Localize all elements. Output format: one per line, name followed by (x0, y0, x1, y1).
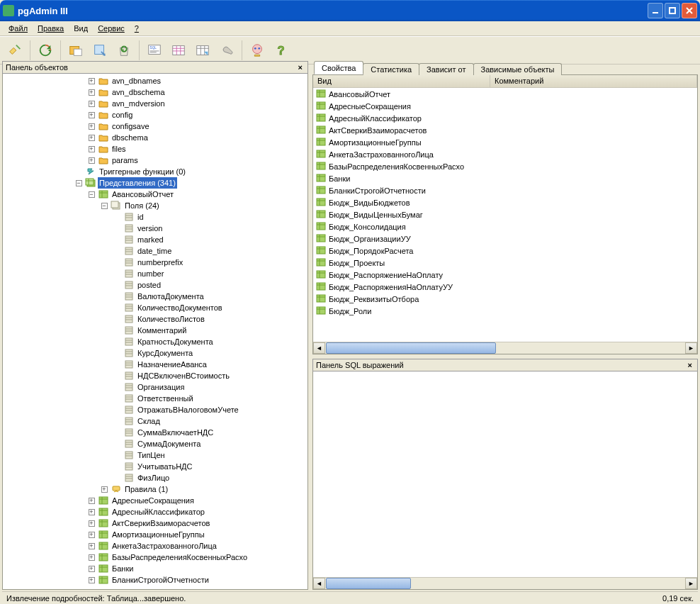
expand-icon[interactable]: + (85, 86, 98, 98)
menu-file[interactable]: Файл (4, 23, 32, 34)
maximize-button[interactable] (665, 3, 680, 18)
tree-field[interactable]: КратностьДокумента (3, 336, 307, 347)
tree-field[interactable]: Комментарий (3, 325, 307, 336)
tree-field[interactable]: number (3, 268, 307, 279)
tree-folder[interactable]: +dbschema (3, 132, 307, 143)
tree-view[interactable]: +АктСверкиВзаиморасчетов (3, 518, 307, 529)
menu-service[interactable]: Сервис (94, 23, 129, 34)
new-object-icon[interactable] (89, 40, 111, 61)
column-comment[interactable]: Комментарий (490, 75, 697, 87)
view-row[interactable]: Бюдж_ОрганизацииУУ (313, 233, 697, 245)
view-row[interactable]: АктСверкиВзаиморасчетов (313, 124, 697, 136)
menu-view[interactable]: Вид (69, 23, 92, 34)
tree-field[interactable]: КоличествоДокументов (3, 302, 307, 313)
view-row[interactable]: Бюдж_Консолидация (313, 220, 697, 233)
expand-icon[interactable]: + (85, 552, 98, 563)
tree-view[interactable]: +АнкетаЗастрахованногоЛица (3, 540, 307, 552)
expand-icon[interactable]: + (85, 574, 98, 586)
tree-field[interactable]: Организация (3, 381, 307, 393)
tree-folder[interactable]: +configsave (3, 121, 307, 132)
tree-view[interactable]: +АдресныйКлассификатор (3, 506, 307, 518)
object-tree[interactable]: +avn_dbnames+avn_dbschema+avn_mdversion+… (3, 74, 307, 589)
minimize-button[interactable] (648, 3, 663, 18)
view-row[interactable]: БазыРаспределенияКосвенныхРасхо (313, 160, 697, 172)
tree-view[interactable]: +АдресныеСокращения (3, 495, 307, 506)
refresh-icon[interactable] (35, 40, 56, 61)
maintenance-icon[interactable] (216, 40, 237, 61)
expand-icon[interactable]: + (85, 132, 98, 143)
tree-folder[interactable]: +config (3, 109, 307, 121)
view-row[interactable]: Бюдж_ВидыБюджетов (313, 196, 697, 208)
tree-field[interactable]: НДСВключенВСтоимость (3, 370, 307, 381)
tree-field[interactable]: version (3, 223, 307, 234)
expand-icon[interactable]: + (85, 506, 98, 518)
help-icon[interactable]: ? (271, 40, 292, 61)
view-row[interactable]: Бюдж_Проекты (313, 257, 697, 269)
view-row[interactable]: АнкетаЗастрахованногоЛица (313, 148, 697, 160)
hint-icon[interactable] (247, 40, 268, 61)
tree-field[interactable]: СуммаДокумента (3, 438, 307, 449)
tree-field[interactable]: ТипЦен (3, 449, 307, 461)
tree-field[interactable]: posted (3, 279, 307, 291)
tree-field[interactable]: marked (3, 234, 307, 245)
close-button[interactable] (682, 3, 697, 18)
tab-depends[interactable]: Зависит от (419, 63, 473, 75)
view-row[interactable]: АдресныйКлассификатор (313, 112, 697, 124)
filter-icon[interactable] (192, 40, 213, 61)
tree-field[interactable]: НазначениеАванса (3, 359, 307, 370)
properties-hscroll[interactable]: ◄► (313, 342, 697, 354)
expand-icon[interactable]: + (85, 109, 98, 121)
expand-icon[interactable]: + (85, 529, 98, 540)
tree-trigger-functions[interactable]: Триггерные функции (0) (3, 166, 307, 177)
expand-icon[interactable]: + (85, 518, 98, 529)
tree-folder[interactable]: +avn_dbschema (3, 86, 307, 98)
sql-panel-close-icon[interactable]: × (686, 361, 694, 369)
view-row[interactable]: БланкиСтрогойОтчетности (313, 184, 697, 196)
view-row[interactable]: Банки (313, 172, 697, 184)
tree-field[interactable]: Склад (3, 415, 307, 427)
tree-field[interactable]: date_time (3, 245, 307, 257)
tree-view[interactable]: +БланкиСтрогойОтчетности (3, 574, 307, 586)
tree-fields-node[interactable]: −Поля (24) (3, 200, 307, 211)
tree-field[interactable]: ФизЛицо (3, 472, 307, 483)
tree-view[interactable]: +Банки (3, 563, 307, 574)
expand-icon[interactable]: + (85, 98, 98, 109)
objects-panel-close-icon[interactable]: × (296, 63, 305, 72)
tree-folder[interactable]: +files (3, 143, 307, 155)
sql-icon[interactable]: SQL (144, 40, 165, 61)
tree-field[interactable]: ВалютаДокумента (3, 291, 307, 302)
menu-help[interactable]: ? (130, 23, 143, 34)
view-row[interactable]: Бюдж_ПорядокРасчета (313, 245, 697, 257)
menu-edit[interactable]: Правка (33, 23, 68, 34)
tree-field[interactable]: numberprefix (3, 257, 307, 268)
tree-view[interactable]: +БазыРаспределенияКосвенныхРасхо (3, 552, 307, 563)
expand-icon[interactable]: + (85, 540, 98, 552)
collapse-icon[interactable]: − (72, 177, 85, 189)
tree-field[interactable]: КоличествоЛистов (3, 313, 307, 325)
collapse-icon[interactable]: − (85, 189, 98, 200)
expand-icon[interactable]: + (85, 75, 98, 86)
tab-statistics[interactable]: Статистика (363, 63, 419, 75)
sql-hscroll[interactable]: ◄► (313, 577, 697, 589)
tree-rules-node[interactable]: +Правила (1) (3, 483, 307, 495)
table-icon[interactable] (168, 40, 189, 61)
tree-folder[interactable]: +avn_dbnames (3, 75, 307, 86)
view-row[interactable]: Бюдж_РеквизитыОтбора (313, 293, 697, 305)
tree-views-node[interactable]: −Представления (341) (3, 177, 307, 189)
expand-icon[interactable]: + (85, 121, 98, 132)
tree-field[interactable]: СуммаВключаетНДС (3, 427, 307, 438)
expand-icon[interactable]: + (85, 143, 98, 155)
expand-icon[interactable]: + (85, 155, 98, 166)
delete-icon[interactable] (113, 40, 135, 61)
expand-icon[interactable]: + (98, 483, 111, 495)
view-row[interactable]: АвансовыйОтчет (313, 88, 697, 100)
tab-dependents[interactable]: Зависимые объекты (473, 63, 563, 75)
views-list[interactable]: АвансовыйОтчетАдресныеСокращенияАдресный… (313, 88, 697, 342)
tab-properties[interactable]: Свойства (314, 61, 363, 74)
view-row[interactable]: Бюдж_РаспоряженияНаОплатуУУ (313, 281, 697, 293)
view-row[interactable]: АмортизационныеГруппы (313, 136, 697, 148)
connect-icon[interactable] (4, 40, 26, 61)
view-row[interactable]: Бюдж_Роли (313, 305, 697, 317)
tree-field[interactable]: id (3, 211, 307, 223)
collapse-icon[interactable]: − (98, 200, 111, 211)
